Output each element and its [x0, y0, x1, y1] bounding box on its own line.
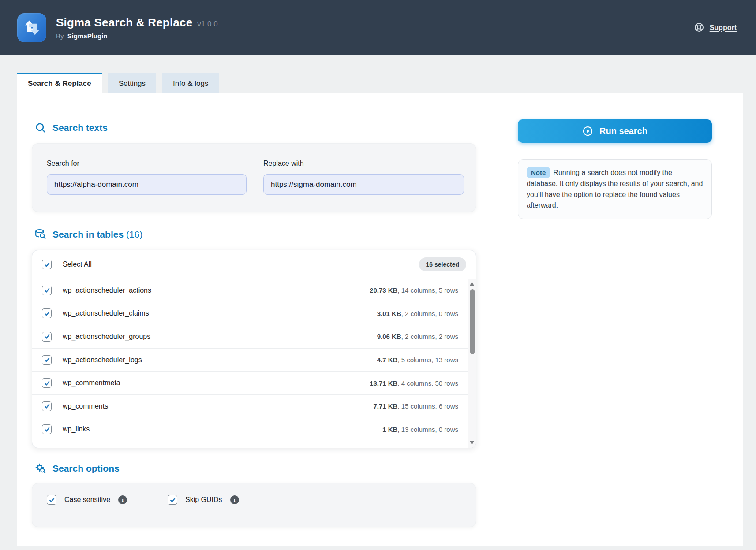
search-options-heading: Search options	[35, 448, 476, 474]
replace-with-label: Replace with	[263, 160, 464, 167]
search-texts-panel: Search for Replace with	[32, 143, 476, 212]
database-search-icon	[35, 229, 46, 240]
run-search-button[interactable]: Run search	[518, 119, 712, 143]
info-icon[interactable]: i	[230, 495, 239, 504]
table-meta: 20.73 KB, 14 columns, 5 rows	[370, 286, 458, 294]
table-row[interactable]: wp_commentmeta 13.71 KB, 4 columns, 50 r…	[32, 372, 476, 395]
search-options-title: Search options	[52, 463, 120, 474]
table-meta: 13.71 KB, 4 columns, 50 rows	[370, 379, 458, 387]
table-row-checkbox[interactable]	[42, 286, 52, 295]
run-search-label: Run search	[599, 126, 647, 136]
scroll-up-arrow[interactable]	[470, 282, 474, 286]
table-name: wp_actionscheduler_actions	[63, 286, 151, 294]
skip-guids-checkbox[interactable]	[168, 495, 177, 505]
support-label: Support	[710, 24, 737, 32]
scrollbar-thumb[interactable]	[470, 289, 475, 354]
byline-prefix: By	[56, 32, 64, 40]
life-buoy-icon	[694, 22, 705, 33]
note-text: Running a search does not modify the dat…	[527, 169, 703, 209]
tab-info-logs[interactable]: Info & logs	[162, 73, 219, 93]
table-row-checkbox[interactable]	[42, 355, 52, 365]
replace-with-input[interactable]	[263, 174, 464, 195]
table-row[interactable]	[32, 441, 476, 448]
table-row-checkbox[interactable]	[42, 424, 52, 434]
table-row-checkbox[interactable]	[42, 448, 52, 448]
search-icon	[35, 122, 46, 134]
table-meta: 9.06 KB, 2 columns, 2 rows	[377, 333, 458, 340]
table-name: wp_commentmeta	[63, 379, 120, 387]
app-header: Sigma Search & Replace v1.0.0 By SigmaPl…	[0, 0, 756, 55]
table-meta: 1 KB, 13 columns, 0 rows	[382, 426, 458, 433]
table-row-checkbox[interactable]	[42, 401, 52, 411]
table-row-checkbox[interactable]	[42, 332, 52, 342]
selected-count-badge: 16 selected	[419, 257, 467, 271]
brand: Sigma Search & Replace v1.0.0 By SigmaPl…	[17, 13, 218, 42]
note-badge: Note	[527, 167, 550, 178]
tab-bar: Search & Replace Settings Info & logs	[17, 73, 219, 93]
search-tables-title: Search in tables (16)	[52, 229, 142, 240]
case-sensitive-option[interactable]: Case sensitive i	[47, 495, 127, 505]
table-meta: 3.01 KB, 2 columns, 0 rows	[377, 310, 458, 317]
app-title: Sigma Search & Replace	[56, 16, 192, 30]
table-meta: 4.7 KB, 5 columns, 13 rows	[377, 356, 458, 364]
table-name: wp_links	[63, 425, 90, 433]
case-sensitive-checkbox[interactable]	[47, 495, 56, 505]
right-column: Run search NoteRunning a search does not…	[518, 119, 712, 219]
note-box: NoteRunning a search does not modify the…	[518, 159, 712, 219]
left-column: Search texts Search for Replace with	[32, 93, 476, 527]
search-tables-heading: Search in tables (16)	[35, 212, 476, 240]
skip-guids-label: Skip GUIDs	[185, 496, 222, 504]
table-row[interactable]: wp_actionscheduler_actions 20.73 KB, 14 …	[32, 279, 476, 302]
table-row[interactable]: wp_actionscheduler_groups 9.06 KB, 2 col…	[32, 325, 476, 349]
scrollbar[interactable]	[468, 279, 476, 448]
tab-settings[interactable]: Settings	[108, 73, 156, 93]
table-row-checkbox[interactable]	[42, 308, 52, 318]
select-all-checkbox[interactable]	[42, 260, 52, 269]
app-logo-icon	[17, 13, 46, 42]
table-name: wp_actionscheduler_groups	[63, 333, 150, 341]
table-list: wp_actionscheduler_actions 20.73 KB, 14 …	[32, 279, 476, 448]
app-byline: By SigmaPlugin	[56, 32, 218, 40]
case-sensitive-label: Case sensitive	[64, 496, 110, 504]
search-for-label: Search for	[47, 160, 247, 167]
table-row[interactable]: wp_comments 7.71 KB, 15 columns, 6 rows	[32, 395, 476, 418]
table-row[interactable]: wp_actionscheduler_logs 4.7 KB, 5 column…	[32, 349, 476, 372]
search-for-field: Search for	[47, 160, 247, 212]
support-link[interactable]: Support	[694, 22, 737, 33]
table-name: wp_actionscheduler_claims	[63, 309, 149, 317]
select-all-row[interactable]: Select All 16 selected	[32, 250, 476, 279]
skip-guids-option[interactable]: Skip GUIDs i	[168, 495, 239, 505]
table-name: wp_comments	[63, 402, 108, 410]
content-card: Search texts Search for Replace with	[17, 93, 743, 546]
scroll-down-arrow[interactable]	[470, 441, 474, 445]
replace-with-field: Replace with	[263, 160, 464, 212]
select-all-label: Select All	[63, 260, 92, 268]
brand-text: Sigma Search & Replace v1.0.0 By SigmaPl…	[56, 16, 218, 40]
tables-panel: Select All 16 selected wp_actionschedule…	[32, 250, 476, 448]
table-name: wp_actionscheduler_logs	[63, 356, 142, 364]
byline-author: SigmaPlugin	[67, 32, 108, 40]
info-icon[interactable]: i	[118, 495, 127, 504]
search-options-panel: Case sensitive i Skip GUIDs i	[32, 483, 476, 527]
search-texts-heading: Search texts	[35, 93, 476, 134]
search-texts-title: Search texts	[52, 123, 108, 133]
app-version: v1.0.0	[197, 20, 217, 29]
table-row-checkbox[interactable]	[42, 378, 52, 388]
play-icon	[582, 126, 594, 137]
table-row[interactable]: wp_links 1 KB, 13 columns, 0 rows	[32, 418, 476, 442]
table-meta: 7.71 KB, 15 columns, 6 rows	[373, 402, 458, 410]
gear-search-icon	[35, 463, 46, 474]
tab-search-replace[interactable]: Search & Replace	[17, 73, 102, 93]
search-for-input[interactable]	[47, 174, 247, 195]
table-row[interactable]: wp_actionscheduler_claims 3.01 KB, 2 col…	[32, 302, 476, 326]
tables-count: (16)	[126, 229, 142, 239]
